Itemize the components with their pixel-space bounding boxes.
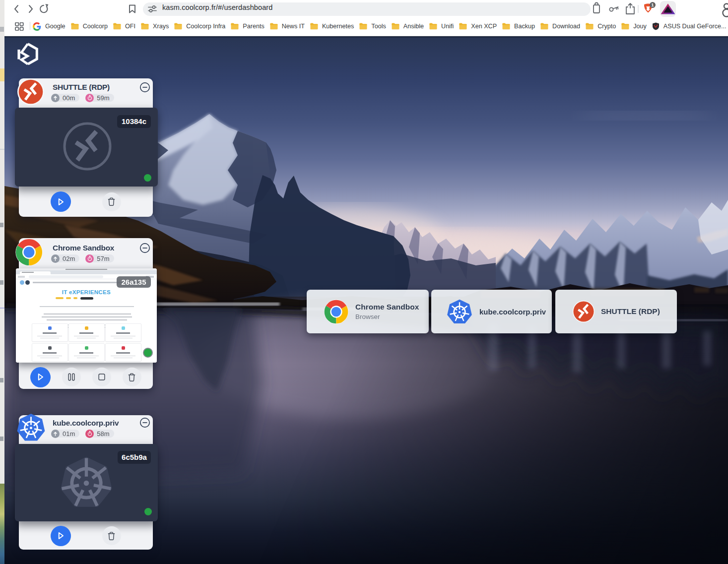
svg-text:1: 1	[651, 2, 654, 7]
